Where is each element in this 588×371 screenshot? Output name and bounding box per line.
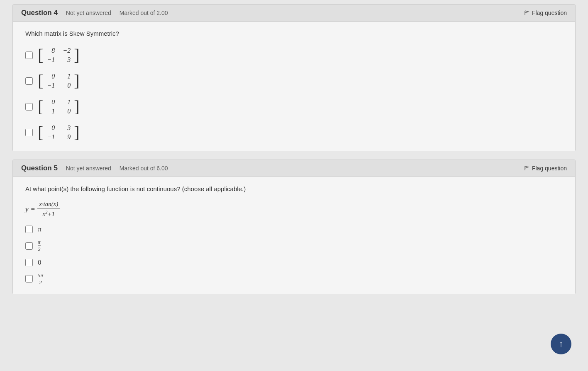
- q4-option-b-checkbox[interactable]: [25, 77, 33, 85]
- q4-option-c-checkbox[interactable]: [25, 103, 33, 111]
- list-item: [ 0 3 −1 9 ]: [25, 123, 563, 143]
- question-4-marked: Marked out of 2.00: [120, 10, 168, 16]
- question-5-card: Question 5 Not yet answered Marked out o…: [12, 160, 576, 294]
- list-item: [ 0 1 1 0 ]: [25, 97, 563, 117]
- q5-option-a-checkbox[interactable]: [25, 226, 33, 233]
- q4-option-d-checkbox[interactable]: [25, 129, 33, 136]
- q4-option-c-matrix: [ 0 1 1 0 ]: [38, 97, 80, 117]
- q5-option-b-checkbox[interactable]: [25, 242, 33, 250]
- formula-denominator: x2+1: [41, 209, 56, 218]
- question-5-text: At what point(s) the following function …: [25, 185, 563, 192]
- question-5-number: Question 5: [21, 164, 58, 172]
- flag-icon: [524, 10, 530, 16]
- q5-option-c-checkbox[interactable]: [25, 259, 33, 266]
- question-4-card: Question 4 Not yet answered Marked out o…: [12, 4, 576, 151]
- q5-option-d-numerator: 5π: [38, 273, 43, 279]
- question-4-header: Question 4 Not yet answered Marked out o…: [13, 5, 575, 22]
- q4-option-a-matrix: [ 8 −2 −1 3 ]: [38, 45, 80, 65]
- question-5-options: π π 2 0: [25, 225, 563, 285]
- list-item: π 2: [25, 239, 563, 253]
- q5-option-c-label: 0: [38, 258, 41, 267]
- question-4-flag-button[interactable]: Flag question: [524, 10, 567, 16]
- question-5-flag-label: Flag question: [532, 165, 567, 172]
- q5-option-b-denominator: 2: [38, 246, 41, 252]
- question-5-header: Question 5 Not yet answered Marked out o…: [13, 160, 575, 177]
- q5-option-d-fraction: 5π 2: [38, 273, 43, 286]
- question-4-number: Question 4: [21, 9, 58, 17]
- q4-option-d-matrix: [ 0 3 −1 9 ]: [38, 123, 80, 143]
- question-5-body: At what point(s) the following function …: [13, 177, 575, 294]
- flag-icon: [524, 165, 530, 171]
- q5-option-b-numerator: π: [38, 239, 41, 246]
- list-item: 0: [25, 258, 563, 267]
- q5-option-b-fraction: π 2: [38, 239, 41, 253]
- list-item: π: [25, 225, 563, 233]
- question-5-flag-button[interactable]: Flag question: [524, 165, 567, 172]
- list-item: [ 0 1 −1 0 ]: [25, 71, 563, 91]
- q5-option-d-denominator: 2: [39, 279, 42, 285]
- question-5-formula: y = x·tan(x) x2+1: [25, 201, 563, 218]
- question-4-flag-label: Flag question: [532, 10, 567, 16]
- q4-option-a-checkbox[interactable]: [25, 52, 33, 59]
- formula-numerator: x·tan(x): [37, 201, 60, 209]
- list-item: [ 8 −2 −1 3 ]: [25, 45, 563, 65]
- question-5-marked: Marked out of 6.00: [120, 165, 168, 172]
- question-4-options: [ 8 −2 −1 3 ] [: [25, 45, 563, 143]
- q4-option-b-matrix: [ 0 1 −1 0 ]: [38, 71, 80, 91]
- question-4-text: Which matrix is Skew Symmetric?: [25, 30, 563, 37]
- formula-equals: =: [31, 205, 35, 214]
- question-5-status: Not yet answered: [66, 165, 111, 172]
- q5-option-d-checkbox[interactable]: [25, 275, 33, 283]
- question-4-body: Which matrix is Skew Symmetric? [ 8 −2 −…: [13, 22, 575, 151]
- list-item: 5π 2: [25, 273, 563, 286]
- formula-fraction: x·tan(x) x2+1: [37, 201, 60, 218]
- q5-option-a-label: π: [38, 225, 41, 233]
- formula-y: y: [25, 205, 29, 214]
- question-4-status: Not yet answered: [66, 10, 111, 16]
